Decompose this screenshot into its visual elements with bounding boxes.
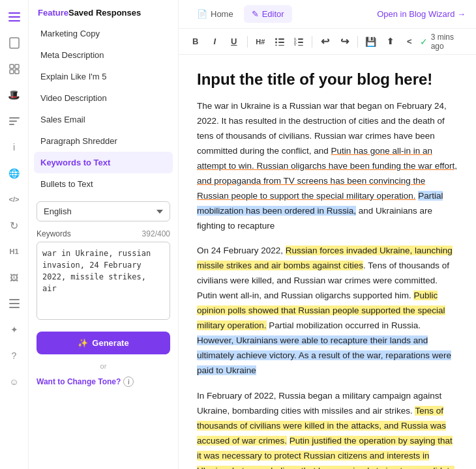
generate-label: Generate bbox=[92, 338, 128, 348]
svg-rect-8 bbox=[9, 117, 20, 119]
editor-icon: ✎ bbox=[252, 9, 259, 19]
svg-rect-0 bbox=[8, 12, 20, 14]
svg-rect-19 bbox=[278, 45, 284, 46]
menu-icon[interactable] bbox=[3, 5, 26, 29]
saved-status: ✓ 3 mins ago bbox=[420, 33, 468, 51]
globe-icon[interactable]: 🌐 bbox=[3, 162, 26, 185]
underline-btn[interactable]: U bbox=[225, 33, 243, 51]
or-divider: or bbox=[29, 360, 178, 373]
svg-rect-10 bbox=[9, 124, 14, 125]
svg-rect-2 bbox=[8, 20, 20, 21]
blog-paragraph-1: The war in Ukraine is a Russian war that… bbox=[197, 99, 458, 233]
keywords-label: Keywords bbox=[37, 229, 71, 238]
open-wizard-link[interactable]: Open in Blog Wizard → bbox=[377, 9, 466, 19]
bold-btn[interactable]: B bbox=[186, 33, 205, 51]
h1-icon[interactable]: H1 bbox=[3, 240, 26, 263]
svg-rect-15 bbox=[278, 38, 284, 40]
panel-title: Saved Responses bbox=[68, 8, 141, 18]
save-btn[interactable]: 💾 bbox=[362, 33, 380, 51]
menu-item-sales-email[interactable]: Sales Email bbox=[34, 109, 173, 130]
hat-icon[interactable]: 🎩 bbox=[3, 83, 26, 107]
brand-label: Feature bbox=[38, 8, 68, 18]
face-icon[interactable]: ☺ bbox=[3, 370, 26, 393]
svg-rect-12 bbox=[9, 303, 20, 304]
editor-nav-btn[interactable]: ✎ Editor bbox=[244, 5, 292, 23]
highlight-yellow-1: Russian forces invaded Ukraine, launchin… bbox=[197, 246, 453, 270]
keywords-label-row: Keywords 392/400 bbox=[37, 229, 170, 238]
highlight-yellow-2: Public opinion polls showed that Russian… bbox=[197, 291, 445, 330]
toolbar: B I U H# 1.2.3. ↩ ↪ 💾 ⬆ < ✓ 3 mins ago bbox=[179, 29, 476, 55]
question-icon[interactable]: ? bbox=[3, 344, 26, 367]
toolbar-divider-3 bbox=[357, 36, 358, 48]
share-btn[interactable]: < bbox=[400, 33, 419, 51]
svg-rect-5 bbox=[15, 64, 19, 68]
list-settings-icon[interactable] bbox=[3, 292, 26, 315]
bullet-list-btn[interactable] bbox=[271, 33, 289, 51]
blog-paragraph-2: On 24 February 2022, Russian forces inva… bbox=[197, 244, 458, 378]
tone-info-icon: i bbox=[123, 377, 134, 387]
svg-rect-9 bbox=[9, 121, 17, 122]
saved-check-icon: ✓ bbox=[420, 36, 428, 47]
feature-panel: FeatureSaved Responses Marketing Copy Me… bbox=[29, 0, 179, 469]
page-icon[interactable] bbox=[3, 31, 26, 55]
svg-text:3.: 3. bbox=[294, 44, 297, 46]
svg-point-18 bbox=[275, 44, 277, 46]
menu-item-video-description[interactable]: Video Description bbox=[34, 87, 173, 109]
menu-item-meta-description[interactable]: Meta Description bbox=[34, 44, 173, 66]
menu-item-paragraph-shredder[interactable]: Paragraph Shredder bbox=[34, 130, 173, 152]
heading-btn[interactable]: H# bbox=[252, 33, 270, 51]
ordered-list-btn[interactable]: 1.2.3. bbox=[290, 33, 308, 51]
editor-label: Editor bbox=[262, 9, 284, 19]
code-icon[interactable]: </> bbox=[3, 188, 26, 211]
want-tone-label: Want to Change Tone? bbox=[37, 377, 121, 386]
svg-rect-3 bbox=[10, 38, 19, 48]
editor-area: 📄 Home ✎ Editor Open in Blog Wizard → B … bbox=[179, 0, 476, 469]
grid-icon[interactable] bbox=[3, 57, 26, 81]
menu-item-bullets-to-text[interactable]: Bullets to Text bbox=[34, 173, 173, 195]
svg-rect-7 bbox=[15, 70, 19, 74]
toolbar-divider-1 bbox=[247, 36, 248, 48]
panel-header: FeatureSaved Responses bbox=[29, 0, 178, 23]
magic-icon[interactable]: ✦ bbox=[3, 318, 26, 341]
undo-btn[interactable]: ↩ bbox=[316, 33, 335, 51]
lines-icon[interactable] bbox=[3, 109, 26, 133]
svg-rect-6 bbox=[10, 70, 14, 74]
italic-btn[interactable]: I bbox=[206, 33, 224, 51]
top-nav: 📄 Home ✎ Editor Open in Blog Wizard → bbox=[179, 0, 476, 29]
language-select[interactable]: English Spanish French German Portuguese bbox=[37, 201, 170, 221]
keywords-section: Keywords 392/400 war in Ukraine, russian… bbox=[29, 225, 178, 326]
blog-paragraph-3: In February of 2022, Russia began a mili… bbox=[197, 389, 458, 469]
svg-rect-17 bbox=[278, 42, 284, 43]
menu-item-keywords-to-text[interactable]: Keywords to Text bbox=[34, 152, 173, 173]
open-wizard-label: Open in Blog Wizard → bbox=[377, 9, 466, 19]
svg-rect-11 bbox=[9, 299, 20, 300]
export-btn[interactable]: ⬆ bbox=[381, 33, 400, 51]
blog-title: Input the title of your blog here! bbox=[197, 70, 458, 89]
info-icon[interactable]: i bbox=[3, 135, 26, 159]
svg-point-16 bbox=[275, 41, 277, 43]
svg-rect-21 bbox=[298, 38, 303, 40]
menu-item-marketing-copy[interactable]: Marketing Copy bbox=[34, 23, 173, 44]
keywords-count: 392/400 bbox=[142, 229, 170, 238]
redo-btn[interactable]: ↪ bbox=[336, 33, 354, 51]
left-sidebar: 🎩 i 🌐 </> ↻ H1 🖼 ✦ ? ☺ bbox=[0, 0, 29, 469]
highlight-blue-2: However, Ukrainians were able to recaptu… bbox=[197, 335, 451, 375]
saved-time: 3 mins ago bbox=[431, 33, 468, 51]
home-nav-btn[interactable]: 📄 Home bbox=[189, 5, 241, 23]
image-icon[interactable]: 🖼 bbox=[3, 266, 26, 289]
home-icon: 📄 bbox=[197, 9, 207, 19]
svg-rect-4 bbox=[10, 64, 14, 68]
menu-list: Marketing Copy Meta Description Explain … bbox=[29, 23, 178, 195]
want-tone-link[interactable]: Want to Change Tone? i bbox=[29, 373, 178, 391]
refresh-icon[interactable]: ↻ bbox=[3, 214, 26, 237]
editor-content[interactable]: Input the title of your blog here! The w… bbox=[179, 55, 476, 469]
svg-rect-1 bbox=[8, 16, 20, 18]
home-label: Home bbox=[211, 9, 233, 19]
keywords-textarea[interactable]: war in Ukraine, russian invasion, 24 Feb… bbox=[37, 242, 170, 320]
menu-item-explain[interactable]: Explain Like I'm 5 bbox=[34, 66, 173, 87]
language-select-wrap: English Spanish French German Portuguese bbox=[29, 195, 178, 225]
svg-rect-25 bbox=[298, 45, 303, 46]
svg-point-14 bbox=[275, 38, 277, 40]
generate-button[interactable]: ✨ Generate bbox=[37, 332, 170, 354]
generate-icon: ✨ bbox=[78, 338, 88, 348]
